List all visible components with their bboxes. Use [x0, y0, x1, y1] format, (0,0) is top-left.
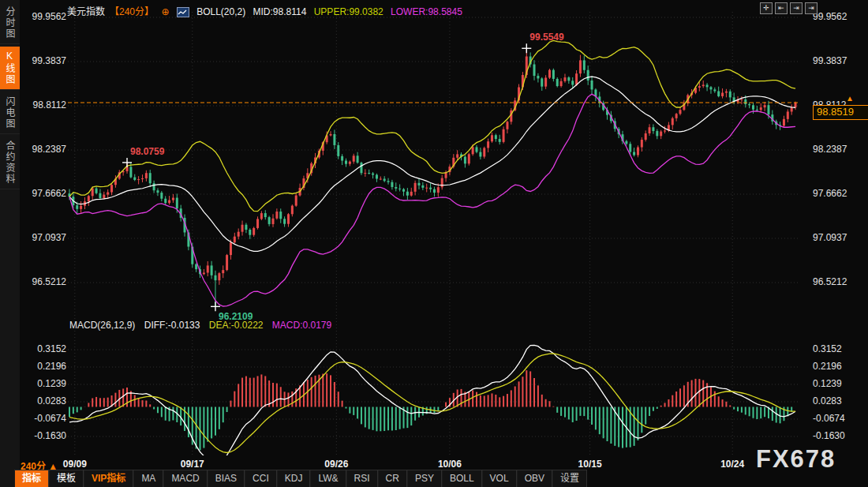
macd-axis-label-left: -0.0674 [22, 413, 66, 424]
indicator-chart-icon[interactable] [177, 7, 189, 17]
chart-canvas[interactable] [0, 0, 868, 487]
macd-axis-label-right: 0.2196 [813, 361, 868, 372]
last-price-badge: 98.8519 [813, 105, 868, 120]
toolbar-item-KDJ[interactable]: KDJ [277, 470, 311, 487]
price-axis-label-right: 98.2387 [813, 144, 868, 155]
sidebar-tab-1[interactable]: 分时图 [0, 2, 20, 44]
toolbar-item-指标[interactable]: 指标 [14, 470, 49, 487]
toolbar-item-PSY[interactable]: PSY [407, 470, 442, 487]
toolbar-item-BOLL[interactable]: BOLL [442, 470, 482, 487]
price-axis-label-left: 97.0937 [22, 232, 66, 243]
price-axis-label-right: 97.0937 [813, 232, 868, 243]
scroll-left-icon[interactable]: ⇤ [775, 2, 788, 14]
toolbar-item-MA[interactable]: MA [133, 470, 163, 487]
macd-axis-label-right: 0.0283 [813, 395, 868, 406]
toolbar-item-LW&[interactable]: LW& [310, 470, 346, 487]
macd-axis-label-left: -0.1630 [22, 430, 66, 441]
x-axis-date-label: 10/24 [707, 459, 758, 470]
fx678-watermark: FX678 [756, 445, 836, 474]
price-axis-label-right: 97.6662 [813, 188, 868, 199]
x-axis-date-label: 10/06 [425, 459, 475, 470]
chart-app-window: 分时图K线图闪电图合约资料 美元指数【240分】 ⊕ BOLL(20,2) MI… [0, 0, 868, 487]
macd-diff-value: DIFF:-0.0133 [144, 320, 200, 331]
macd-axis-label-left: 0.3152 [22, 343, 66, 354]
macd-axis-label-left: 0.2196 [22, 361, 66, 372]
macd-axis-label-left: 0.1239 [22, 378, 66, 389]
price-axis-label-left: 98.2387 [22, 144, 66, 155]
price-up-arrow-icon: ▲ [846, 94, 854, 103]
macd-axis-label-left: 0.0283 [22, 395, 66, 406]
price-axis-label-left: 99.9562 [22, 11, 66, 22]
extreme-price-annotation: 99.5549 [529, 32, 563, 43]
plus-circle-icon[interactable]: ⊕ [161, 6, 169, 17]
x-axis-date-label: 09/26 [311, 459, 361, 470]
toolbar-item-VIP指标[interactable]: VIP指标 [84, 470, 133, 487]
chart-type-sidebar: 分时图K线图闪电图合约资料 [0, 0, 20, 487]
macd-axis-label-right: -0.1630 [813, 430, 868, 441]
toolbar-item-模板[interactable]: 模板 [49, 470, 84, 487]
boll-upper-value: UPPER:99.0382 [314, 6, 383, 17]
boll-lower-value: LOWER:98.5845 [391, 6, 462, 17]
shift-right-icon[interactable]: ⇥ [805, 2, 817, 14]
price-axis-label-right: 99.9562 [813, 11, 868, 22]
toolbar-item-BIAS[interactable]: BIAS [208, 470, 245, 487]
crosshair-icon[interactable]: ✛ [760, 2, 773, 14]
boll-mid-value: MID:98.8114 [253, 6, 307, 17]
toolbar-item-设置[interactable]: 设置 [552, 470, 587, 487]
macd-macd-value: MACD:0.0179 [272, 320, 331, 331]
price-axis-label-right: 96.5212 [813, 276, 868, 287]
macd-axis-label-right: 0.3152 [813, 343, 868, 354]
macd-axis-label-right: -0.0674 [813, 413, 868, 424]
scroll-right-icon[interactable]: ⇥ [790, 2, 803, 14]
toolbar-item-CR[interactable]: CR [378, 470, 407, 487]
price-axis-label-left: 99.3837 [22, 55, 66, 66]
sidebar-tab-3[interactable]: 闪电图 [0, 92, 20, 134]
macd-title: MACD(26,12,9) [69, 320, 135, 331]
toolbar-item-RSI[interactable]: RSI [346, 470, 378, 487]
sidebar-tab-2[interactable]: K线图 [0, 47, 20, 90]
boll-label: BOLL(20,2) [196, 6, 245, 17]
symbol-name: 美元指数 [67, 6, 105, 17]
macd-header: MACD(26,12,9) DIFF:-0.0133 DEA:-0.0222 M… [69, 320, 338, 331]
x-axis-date-label: 10/15 [565, 459, 615, 470]
toolbar-item-MACD[interactable]: MACD [163, 470, 207, 487]
extreme-price-annotation: 96.2109 [219, 311, 253, 322]
chart-header: 美元指数【240分】 ⊕ BOLL(20,2) MID:98.8114 UPPE… [67, 4, 467, 17]
macd-axis-label-right: 0.1239 [813, 378, 868, 389]
price-axis-label-left: 97.6662 [22, 188, 66, 199]
price-axis-label-left: 96.5212 [22, 276, 66, 287]
period-label: 【240分】 [110, 6, 154, 17]
sidebar-tab-4[interactable]: 合约资料 [0, 137, 20, 189]
window-controls: ✛⇤⇥⇥ [760, 2, 817, 14]
price-axis-label-right: 99.3837 [813, 55, 868, 66]
x-axis-date-label: 09/17 [167, 459, 218, 470]
toolbar-item-VOL[interactable]: VOL [482, 470, 517, 487]
toolbar-item-CCI[interactable]: CCI [245, 470, 277, 487]
price-axis-label-left: 98.8112 [22, 99, 66, 111]
extreme-price-annotation: 98.0759 [130, 146, 164, 157]
toolbar-item-OBV[interactable]: OBV [517, 470, 552, 487]
indicator-toolbar: 指标模板VIP指标MAMACDBIASCCIKDJLW&RSICRPSYBOLL… [14, 470, 587, 487]
